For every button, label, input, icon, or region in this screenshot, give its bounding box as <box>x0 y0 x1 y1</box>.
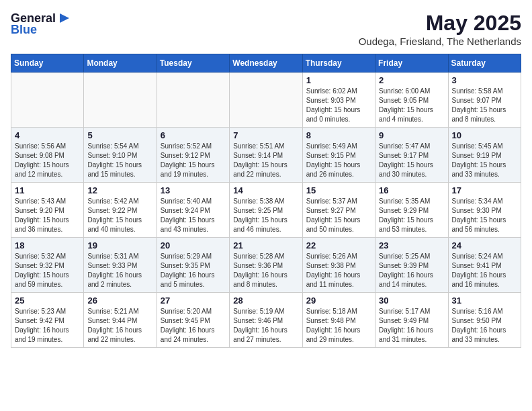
day-info: Sunrise: 5:52 AMSunset: 9:12 PMDaylight:… <box>161 142 226 179</box>
day-info: Sunrise: 6:00 AMSunset: 9:05 PMDaylight:… <box>379 87 444 124</box>
calendar-cell: 24Sunrise: 5:24 AMSunset: 9:41 PMDayligh… <box>448 238 521 293</box>
day-info: Sunrise: 5:42 AMSunset: 9:22 PMDaylight:… <box>87 197 152 234</box>
calendar-cell: 30Sunrise: 5:17 AMSunset: 9:49 PMDayligh… <box>375 293 448 348</box>
day-number: 20 <box>161 240 226 250</box>
calendar-cell: 3Sunrise: 5:58 AMSunset: 9:07 PMDaylight… <box>448 73 521 128</box>
day-number: 17 <box>452 185 517 195</box>
calendar-week-row: 18Sunrise: 5:32 AMSunset: 9:32 PMDayligh… <box>11 238 521 293</box>
day-number: 4 <box>15 130 80 140</box>
day-number: 2 <box>379 75 444 85</box>
calendar-cell: 14Sunrise: 5:38 AMSunset: 9:25 PMDayligh… <box>230 183 302 238</box>
day-info: Sunrise: 5:37 AMSunset: 9:27 PMDaylight:… <box>306 197 371 234</box>
weekday-header-tuesday: Tuesday <box>157 54 229 73</box>
day-number: 8 <box>306 130 371 140</box>
day-info: Sunrise: 5:17 AMSunset: 9:49 PMDaylight:… <box>379 307 444 345</box>
day-info: Sunrise: 5:26 AMSunset: 9:38 PMDaylight:… <box>306 252 371 289</box>
day-info: Sunrise: 5:35 AMSunset: 9:29 PMDaylight:… <box>379 197 444 234</box>
calendar-cell: 11Sunrise: 5:43 AMSunset: 9:20 PMDayligh… <box>11 183 84 238</box>
header-row: SundayMondayTuesdayWednesdayThursdayFrid… <box>11 54 521 73</box>
day-info: Sunrise: 5:58 AMSunset: 9:07 PMDaylight:… <box>452 87 517 124</box>
day-number: 12 <box>87 185 152 195</box>
calendar-cell: 21Sunrise: 5:28 AMSunset: 9:36 PMDayligh… <box>230 238 302 293</box>
day-number: 19 <box>87 240 152 250</box>
weekday-header-wednesday: Wednesday <box>230 54 302 73</box>
day-number: 9 <box>379 130 444 140</box>
calendar-cell: 4Sunrise: 5:56 AMSunset: 9:08 PMDaylight… <box>11 128 84 183</box>
calendar-cell: 2Sunrise: 6:00 AMSunset: 9:05 PMDaylight… <box>375 73 448 128</box>
day-number: 10 <box>452 130 517 140</box>
day-info: Sunrise: 5:43 AMSunset: 9:20 PMDaylight:… <box>15 197 80 234</box>
day-info: Sunrise: 5:19 AMSunset: 9:46 PMDaylight:… <box>233 307 298 345</box>
day-info: Sunrise: 5:54 AMSunset: 9:10 PMDaylight:… <box>87 142 152 179</box>
day-number: 7 <box>233 130 298 140</box>
calendar-cell: 18Sunrise: 5:32 AMSunset: 9:32 PMDayligh… <box>11 238 84 293</box>
logo-text-blue: Blue <box>11 23 37 37</box>
calendar-cell: 9Sunrise: 5:47 AMSunset: 9:17 PMDaylight… <box>375 128 448 183</box>
calendar-cell: 1Sunrise: 6:02 AMSunset: 9:03 PMDaylight… <box>302 73 375 128</box>
day-number: 26 <box>87 295 152 306</box>
day-number: 23 <box>379 240 444 250</box>
day-number: 16 <box>379 185 444 195</box>
calendar-cell: 8Sunrise: 5:49 AMSunset: 9:15 PMDaylight… <box>302 128 375 183</box>
title-block: May 2025 Oudega, Friesland, The Netherla… <box>359 11 521 47</box>
day-info: Sunrise: 5:31 AMSunset: 9:33 PMDaylight:… <box>87 252 152 289</box>
day-info: Sunrise: 5:23 AMSunset: 9:42 PMDaylight:… <box>15 307 80 345</box>
calendar-cell: 23Sunrise: 5:25 AMSunset: 9:39 PMDayligh… <box>375 238 448 293</box>
day-info: Sunrise: 5:32 AMSunset: 9:32 PMDaylight:… <box>15 252 80 289</box>
calendar-cell: 28Sunrise: 5:19 AMSunset: 9:46 PMDayligh… <box>230 293 302 348</box>
day-info: Sunrise: 5:29 AMSunset: 9:35 PMDaylight:… <box>161 252 226 289</box>
calendar-cell: 31Sunrise: 5:16 AMSunset: 9:50 PMDayligh… <box>448 293 521 348</box>
calendar-week-row: 4Sunrise: 5:56 AMSunset: 9:08 PMDaylight… <box>11 128 521 183</box>
day-info: Sunrise: 5:51 AMSunset: 9:14 PMDaylight:… <box>233 142 298 179</box>
day-info: Sunrise: 5:21 AMSunset: 9:44 PMDaylight:… <box>87 307 152 345</box>
day-number: 3 <box>452 75 517 85</box>
day-info: Sunrise: 5:24 AMSunset: 9:41 PMDaylight:… <box>452 252 517 289</box>
day-info: Sunrise: 5:38 AMSunset: 9:25 PMDaylight:… <box>233 197 298 234</box>
day-number: 27 <box>161 295 226 306</box>
day-number: 22 <box>306 240 371 250</box>
calendar-week-row: 11Sunrise: 5:43 AMSunset: 9:20 PMDayligh… <box>11 183 521 238</box>
calendar-cell: 10Sunrise: 5:45 AMSunset: 9:19 PMDayligh… <box>448 128 521 183</box>
day-number: 15 <box>306 185 371 195</box>
calendar-cell: 25Sunrise: 5:23 AMSunset: 9:42 PMDayligh… <box>11 293 84 348</box>
calendar-table: SundayMondayTuesdayWednesdayThursdayFrid… <box>11 54 521 348</box>
calendar-cell: 15Sunrise: 5:37 AMSunset: 9:27 PMDayligh… <box>302 183 375 238</box>
page-header: General Blue May 2025 Oudega, Friesland,… <box>11 11 521 47</box>
calendar-cell: 13Sunrise: 5:40 AMSunset: 9:24 PMDayligh… <box>157 183 229 238</box>
calendar-cell: 29Sunrise: 5:18 AMSunset: 9:48 PMDayligh… <box>302 293 375 348</box>
day-info: Sunrise: 5:16 AMSunset: 9:50 PMDaylight:… <box>452 307 517 345</box>
day-info: Sunrise: 5:34 AMSunset: 9:30 PMDaylight:… <box>452 197 517 234</box>
calendar-cell <box>11 73 84 128</box>
calendar-cell: 26Sunrise: 5:21 AMSunset: 9:44 PMDayligh… <box>84 293 157 348</box>
calendar-cell: 17Sunrise: 5:34 AMSunset: 9:30 PMDayligh… <box>448 183 521 238</box>
calendar-cell: 16Sunrise: 5:35 AMSunset: 9:29 PMDayligh… <box>375 183 448 238</box>
svg-marker-0 <box>60 13 69 23</box>
day-number: 5 <box>87 130 152 140</box>
calendar-week-row: 1Sunrise: 6:02 AMSunset: 9:03 PMDaylight… <box>11 73 521 128</box>
calendar-cell: 27Sunrise: 5:20 AMSunset: 9:45 PMDayligh… <box>157 293 229 348</box>
calendar-week-row: 25Sunrise: 5:23 AMSunset: 9:42 PMDayligh… <box>11 293 521 348</box>
calendar-cell <box>84 73 157 128</box>
calendar-title: May 2025 <box>359 11 521 36</box>
calendar-cell: 20Sunrise: 5:29 AMSunset: 9:35 PMDayligh… <box>157 238 229 293</box>
day-number: 18 <box>15 240 80 250</box>
calendar-cell: 19Sunrise: 5:31 AMSunset: 9:33 PMDayligh… <box>84 238 157 293</box>
day-number: 29 <box>306 295 371 306</box>
day-info: Sunrise: 5:28 AMSunset: 9:36 PMDaylight:… <box>233 252 298 289</box>
day-info: Sunrise: 5:40 AMSunset: 9:24 PMDaylight:… <box>161 197 226 234</box>
calendar-cell: 7Sunrise: 5:51 AMSunset: 9:14 PMDaylight… <box>230 128 302 183</box>
logo-flag-icon <box>57 11 72 26</box>
day-number: 6 <box>161 130 226 140</box>
day-number: 31 <box>452 295 517 306</box>
weekday-header-sunday: Sunday <box>11 54 84 73</box>
calendar-cell: 22Sunrise: 5:26 AMSunset: 9:38 PMDayligh… <box>302 238 375 293</box>
calendar-cell <box>230 73 302 128</box>
day-info: Sunrise: 5:49 AMSunset: 9:15 PMDaylight:… <box>306 142 371 179</box>
day-number: 28 <box>233 295 298 306</box>
calendar-subtitle: Oudega, Friesland, The Netherlands <box>359 36 521 47</box>
weekday-header-thursday: Thursday <box>302 54 375 73</box>
weekday-header-friday: Friday <box>375 54 448 73</box>
day-info: Sunrise: 6:02 AMSunset: 9:03 PMDaylight:… <box>306 87 371 124</box>
day-number: 1 <box>306 75 371 85</box>
calendar-cell: 12Sunrise: 5:42 AMSunset: 9:22 PMDayligh… <box>84 183 157 238</box>
